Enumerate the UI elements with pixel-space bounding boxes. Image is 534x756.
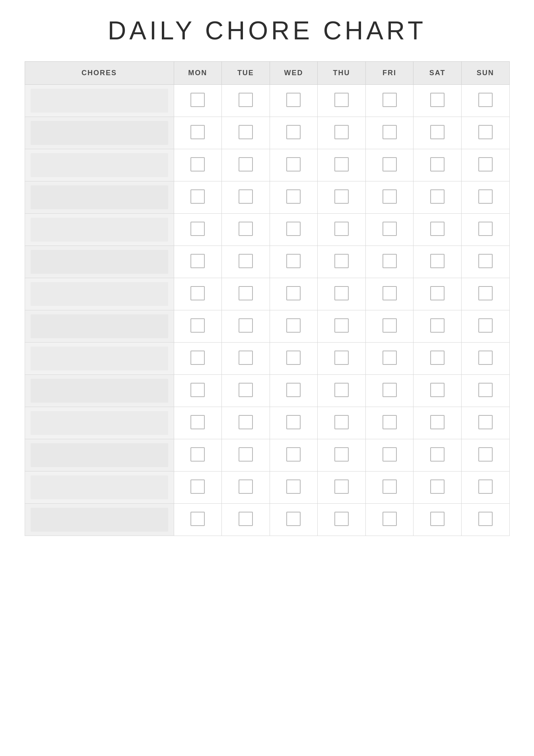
checkbox-row14-fri[interactable] [383,512,397,526]
checkbox-row7-sun[interactable] [478,286,493,300]
checkbox-row12-sun[interactable] [478,447,493,462]
checkbox-row9-wed[interactable] [286,351,301,365]
checkbox-row9-thu[interactable] [334,351,349,365]
checkbox-row1-sun[interactable] [478,93,493,107]
checkbox-row3-sun[interactable] [478,157,493,171]
checkbox-row1-fri[interactable] [383,93,397,107]
checkbox-row8-sat[interactable] [430,318,445,333]
checkbox-row7-sat[interactable] [430,286,445,300]
checkbox-row2-wed[interactable] [286,125,301,139]
checkbox-row2-thu[interactable] [334,125,349,139]
checkbox-row3-wed[interactable] [286,157,301,171]
checkbox-row11-mon[interactable] [190,415,205,429]
checkbox-row5-sun[interactable] [478,222,493,236]
checkbox-row12-fri[interactable] [383,447,397,462]
checkbox-row13-sat[interactable] [430,479,445,494]
checkbox-row4-mon[interactable] [190,189,205,204]
checkbox-row6-tue[interactable] [239,254,253,268]
checkbox-row12-thu[interactable] [334,447,349,462]
checkbox-row11-tue[interactable] [239,415,253,429]
checkbox-row8-sun[interactable] [478,318,493,333]
checkbox-cell-row11-thu [318,407,366,439]
checkbox-row3-mon[interactable] [190,157,205,171]
checkbox-row10-wed[interactable] [286,383,301,397]
checkbox-row3-fri[interactable] [383,157,397,171]
checkbox-row7-wed[interactable] [286,286,301,300]
checkbox-row5-sat[interactable] [430,222,445,236]
checkbox-row2-sat[interactable] [430,125,445,139]
checkbox-row6-sat[interactable] [430,254,445,268]
checkbox-row10-sun[interactable] [478,383,493,397]
checkbox-row14-wed[interactable] [286,512,301,526]
checkbox-row5-thu[interactable] [334,222,349,236]
checkbox-row6-thu[interactable] [334,254,349,268]
checkbox-row9-fri[interactable] [383,351,397,365]
checkbox-row9-sat[interactable] [430,351,445,365]
checkbox-row8-wed[interactable] [286,318,301,333]
checkbox-row4-thu[interactable] [334,189,349,204]
checkbox-row6-sun[interactable] [478,254,493,268]
checkbox-row8-tue[interactable] [239,318,253,333]
checkbox-row10-thu[interactable] [334,383,349,397]
checkbox-row13-sun[interactable] [478,479,493,494]
checkbox-row5-fri[interactable] [383,222,397,236]
checkbox-row13-fri[interactable] [383,479,397,494]
checkbox-row6-fri[interactable] [383,254,397,268]
checkbox-row13-thu[interactable] [334,479,349,494]
checkbox-row1-wed[interactable] [286,93,301,107]
checkbox-row8-fri[interactable] [383,318,397,333]
checkbox-row11-fri[interactable] [383,415,397,429]
checkbox-row4-sat[interactable] [430,189,445,204]
checkbox-row10-mon[interactable] [190,383,205,397]
checkbox-row12-wed[interactable] [286,447,301,462]
checkbox-row11-sun[interactable] [478,415,493,429]
checkbox-row12-sat[interactable] [430,447,445,462]
checkbox-row12-tue[interactable] [239,447,253,462]
checkbox-row7-fri[interactable] [383,286,397,300]
checkbox-row5-wed[interactable] [286,222,301,236]
checkbox-row2-fri[interactable] [383,125,397,139]
checkbox-row9-mon[interactable] [190,351,205,365]
checkbox-row11-thu[interactable] [334,415,349,429]
checkbox-row14-sun[interactable] [478,512,493,526]
checkbox-row10-sat[interactable] [430,383,445,397]
checkbox-row13-mon[interactable] [190,479,205,494]
checkbox-row11-wed[interactable] [286,415,301,429]
checkbox-row10-tue[interactable] [239,383,253,397]
checkbox-row13-tue[interactable] [239,479,253,494]
checkbox-row5-tue[interactable] [239,222,253,236]
checkbox-row7-mon[interactable] [190,286,205,300]
checkbox-row3-thu[interactable] [334,157,349,171]
checkbox-row3-tue[interactable] [239,157,253,171]
checkbox-cell-row2-fri [365,117,414,149]
checkbox-row1-thu[interactable] [334,93,349,107]
checkbox-row11-sat[interactable] [430,415,445,429]
checkbox-row5-mon[interactable] [190,222,205,236]
checkbox-row7-thu[interactable] [334,286,349,300]
checkbox-row4-tue[interactable] [239,189,253,204]
checkbox-row8-mon[interactable] [190,318,205,333]
checkbox-row7-tue[interactable] [239,286,253,300]
checkbox-row14-sat[interactable] [430,512,445,526]
checkbox-row4-sun[interactable] [478,189,493,204]
checkbox-row1-tue[interactable] [239,93,253,107]
checkbox-row2-sun[interactable] [478,125,493,139]
checkbox-row14-tue[interactable] [239,512,253,526]
checkbox-row8-thu[interactable] [334,318,349,333]
checkbox-row9-tue[interactable] [239,351,253,365]
checkbox-row13-wed[interactable] [286,479,301,494]
checkbox-row14-thu[interactable] [334,512,349,526]
checkbox-row3-sat[interactable] [430,157,445,171]
checkbox-row6-mon[interactable] [190,254,205,268]
checkbox-row4-wed[interactable] [286,189,301,204]
checkbox-row1-mon[interactable] [190,93,205,107]
checkbox-row10-fri[interactable] [383,383,397,397]
checkbox-row14-mon[interactable] [190,512,205,526]
checkbox-row4-fri[interactable] [383,189,397,204]
checkbox-row2-mon[interactable] [190,125,205,139]
checkbox-row9-sun[interactable] [478,351,493,365]
checkbox-row12-mon[interactable] [190,447,205,462]
checkbox-row6-wed[interactable] [286,254,301,268]
checkbox-row1-sat[interactable] [430,93,445,107]
checkbox-row2-tue[interactable] [239,125,253,139]
